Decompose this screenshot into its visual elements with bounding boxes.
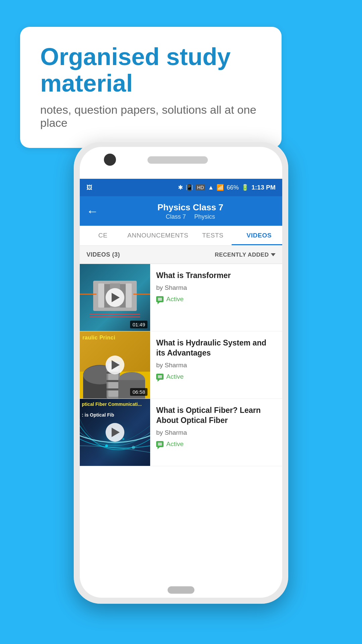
tab-ce[interactable]: CE xyxy=(80,226,126,245)
bubble-title: Organised study material xyxy=(40,44,261,97)
screen-content: 🖼 ✱ 📳 HD ▲ 📶 66% 🔋 1:13 PM ← xyxy=(80,179,282,578)
hd-badge: HD xyxy=(196,184,205,191)
optical-thumb-label1: ptical Fiber Communicati... xyxy=(82,401,142,407)
svg-rect-18 xyxy=(107,388,120,390)
speech-bubble: Organised study material notes, question… xyxy=(20,27,282,148)
video-list: 01:49 What is Transformer by Sharma Acti… xyxy=(80,264,282,466)
svg-point-24 xyxy=(132,446,135,449)
back-button[interactable]: ← xyxy=(86,204,99,218)
app-header: ← Physics Class 7 Class 7 Physics xyxy=(80,196,282,226)
video-thumbnail-3: ptical Fiber Communicati... : is Optical… xyxy=(80,399,150,466)
class-label: Class 7 xyxy=(166,213,186,220)
play-button-3[interactable] xyxy=(106,423,124,442)
tab-videos[interactable]: VIDEOS xyxy=(236,226,282,245)
play-button-1[interactable] xyxy=(106,288,124,307)
video-title-3: What is Optical Fiber? Learn About Optic… xyxy=(156,406,276,426)
video-status-3: Active xyxy=(156,440,276,448)
time-display: 1:13 PM xyxy=(251,184,276,191)
header-title-area: Physics Class 7 Class 7 Physics xyxy=(105,202,276,220)
chat-icon-lines-2 xyxy=(158,376,162,377)
wifi-icon: ▲ xyxy=(208,184,214,191)
phone-speaker xyxy=(147,156,208,164)
video-status-1: Active xyxy=(156,296,276,303)
video-info-1: What is Transformer by Sharma Active xyxy=(150,264,282,331)
status-bar: 🖼 ✱ 📳 HD ▲ 📶 66% 🔋 1:13 PM xyxy=(80,179,282,196)
page-subtitle: Class 7 Physics xyxy=(105,213,276,220)
video-info-2: What is Hydraulic System and its Advanta… xyxy=(150,331,282,398)
video-author-2: by Sharma xyxy=(156,362,276,369)
video-thumbnail-2: raulic Princi xyxy=(80,331,150,398)
battery-percent: 66% xyxy=(227,184,239,191)
status-label-3: Active xyxy=(166,440,184,448)
image-icon: 🖼 xyxy=(86,184,93,191)
phone-mockup: 🖼 ✱ 📳 HD ▲ 📶 66% 🔋 1:13 PM ← xyxy=(74,141,288,604)
status-right-info: ✱ 📳 HD ▲ 📶 66% 🔋 1:13 PM xyxy=(178,184,276,191)
signal-icon: 📶 xyxy=(217,184,224,191)
phone-home-button[interactable] xyxy=(168,586,194,594)
video-duration-1: 01:49 xyxy=(130,321,147,328)
svg-rect-4 xyxy=(98,283,104,308)
status-label-1: Active xyxy=(166,296,184,303)
filter-bar: VIDEOS (3) RECENTLY ADDED xyxy=(80,246,282,264)
video-info-3: What is Optical Fiber? Learn About Optic… xyxy=(150,399,282,466)
bluetooth-icon: ✱ xyxy=(178,184,183,191)
play-icon-2 xyxy=(112,360,120,370)
battery-icon: 🔋 xyxy=(241,184,249,191)
chevron-down-icon xyxy=(271,253,276,256)
video-author-3: by Sharma xyxy=(156,429,276,436)
video-item-1[interactable]: 01:49 What is Transformer by Sharma Acti… xyxy=(80,264,282,331)
play-icon-1 xyxy=(112,293,120,302)
play-icon-3 xyxy=(112,428,120,437)
page-title: Physics Class 7 xyxy=(105,202,276,213)
svg-point-23 xyxy=(122,438,124,440)
video-status-2: Active xyxy=(156,373,276,380)
tab-bar: CE ANNOUNCEMENTS TESTS VIDEOS xyxy=(80,226,282,246)
svg-point-22 xyxy=(105,444,108,447)
video-item-2[interactable]: raulic Princi xyxy=(80,331,282,399)
phone-screen-container: 🖼 ✱ 📳 HD ▲ 📶 66% 🔋 1:13 PM ← xyxy=(80,147,282,598)
video-thumbnail-1: 01:49 xyxy=(80,264,150,331)
vibrate-icon: 📳 xyxy=(186,184,193,191)
video-item-3[interactable]: ptical Fiber Communicati... : is Optical… xyxy=(80,399,282,466)
sort-label: RECENTLY ADDED xyxy=(215,252,269,258)
chat-icon-lines-1 xyxy=(158,299,162,300)
video-author-1: by Sharma xyxy=(156,284,276,291)
status-label-2: Active xyxy=(166,373,184,380)
subject-label: Physics xyxy=(194,213,215,220)
video-title-2: What is Hydraulic System and its Advanta… xyxy=(156,338,276,358)
svg-rect-17 xyxy=(107,380,120,382)
bubble-subtitle: notes, question papers, solutions all at… xyxy=(40,103,261,129)
tab-active-indicator xyxy=(232,244,282,245)
tab-announcements[interactable]: ANNOUNCEMENTS xyxy=(126,226,190,245)
status-left-icons: 🖼 xyxy=(86,184,93,191)
video-duration-2: 06:58 xyxy=(130,388,147,396)
optical-thumb-label2: : is Optical Fib xyxy=(82,412,114,418)
chat-icon-1 xyxy=(156,296,164,302)
chat-icon-lines-3 xyxy=(158,444,162,444)
tab-tests[interactable]: TESTS xyxy=(190,226,236,245)
phone-camera xyxy=(104,154,116,166)
chat-icon-3 xyxy=(156,441,164,447)
chat-icon-2 xyxy=(156,374,164,380)
svg-rect-5 xyxy=(126,283,132,308)
phone-outer-shell: 🖼 ✱ 📳 HD ▲ 📶 66% 🔋 1:13 PM ← xyxy=(74,141,288,604)
sort-dropdown[interactable]: RECENTLY ADDED xyxy=(215,252,276,258)
video-title-1: What is Transformer xyxy=(156,271,276,281)
play-button-2[interactable] xyxy=(106,356,124,374)
videos-count: VIDEOS (3) xyxy=(86,251,120,258)
